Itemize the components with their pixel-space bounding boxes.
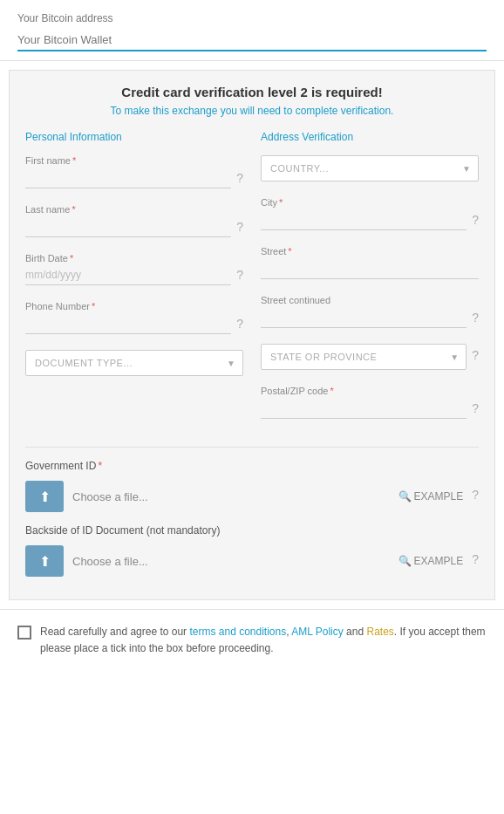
agree-row: Read carefully and agree to our terms an… xyxy=(17,624,487,657)
form-card: Credit card verification level 2 is requ… xyxy=(9,70,495,600)
backside-upload-button[interactable]: ⬆ xyxy=(25,545,64,577)
state-select-wrapper: STATE OR PROVINCE Alabama Alaska Arizona… xyxy=(261,344,467,370)
last-name-group: Last name* ? xyxy=(25,204,243,237)
street-input[interactable] xyxy=(261,258,479,279)
agree-checkbox[interactable] xyxy=(17,626,31,640)
birth-date-group: Birth Date* ? xyxy=(25,253,243,285)
street-group: Street* xyxy=(261,246,479,279)
upload-icon: ⬆ xyxy=(39,489,51,505)
aml-link[interactable]: AML Policy xyxy=(291,626,344,638)
gov-id-file-text: Choose a file... xyxy=(72,490,390,503)
gov-id-search-icon: 🔍 xyxy=(398,490,412,503)
two-col-layout: Personal Information First name* ? xyxy=(25,131,479,434)
phone-label: Phone Number* xyxy=(25,301,231,311)
country-group: COUNTRY... United States United Kingdom … xyxy=(261,155,479,181)
gov-id-upload-row: ⬆ Choose a file... 🔍 EXAMPLE ? xyxy=(25,481,479,512)
first-name-help-icon[interactable]: ? xyxy=(236,171,243,185)
state-help-icon[interactable]: ? xyxy=(472,348,479,362)
gov-id-help-icon[interactable]: ? xyxy=(472,488,479,502)
backside-label: Backside of ID Document (not mandatory) xyxy=(25,524,479,537)
last-name-row: Last name* ? xyxy=(25,204,243,237)
phone-input-wrap: Phone Number* xyxy=(25,301,231,334)
birth-date-help-icon[interactable]: ? xyxy=(236,268,243,282)
gov-id-upload-button[interactable]: ⬆ xyxy=(25,481,64,512)
birth-date-input-wrap: Birth Date* xyxy=(25,253,231,285)
postal-help-icon[interactable]: ? xyxy=(472,401,479,415)
postal-input-wrap: Postal/ZIP code* xyxy=(261,386,467,419)
bitcoin-input[interactable] xyxy=(17,30,487,51)
backside-help-icon[interactable]: ? xyxy=(472,552,479,566)
personal-column: Personal Information First name* ? xyxy=(25,131,243,434)
first-name-row: First name* ? xyxy=(25,155,243,188)
city-input[interactable] xyxy=(261,209,467,230)
doc-type-select[interactable]: DOCUMENT TYPE... Passport Driver License… xyxy=(26,351,242,375)
last-name-label: Last name* xyxy=(25,204,231,215)
postal-label: Postal/ZIP code* xyxy=(261,386,467,396)
country-select-wrapper: COUNTRY... United States United Kingdom … xyxy=(261,155,479,181)
street-label: Street* xyxy=(261,246,479,257)
rates-link[interactable]: Rates xyxy=(366,626,393,638)
street-continued-help-icon[interactable]: ? xyxy=(472,311,479,325)
state-group: STATE OR PROVINCE Alabama Alaska Arizona… xyxy=(261,344,479,370)
street-continued-input-wrap: Street continued xyxy=(261,295,467,328)
postal-row: Postal/ZIP code* ? xyxy=(261,386,479,419)
terms-link[interactable]: terms and conditions xyxy=(189,626,286,638)
gov-id-label: Government ID* xyxy=(25,460,479,472)
birth-date-input[interactable] xyxy=(25,265,231,285)
city-group: City* ? xyxy=(261,197,479,230)
city-input-wrap: City* xyxy=(261,197,467,230)
city-help-icon[interactable]: ? xyxy=(472,213,479,227)
postal-input[interactable] xyxy=(261,398,467,419)
postal-group: Postal/ZIP code* ? xyxy=(261,386,479,419)
city-label: City* xyxy=(261,197,467,208)
birth-date-label: Birth Date* xyxy=(25,253,231,263)
personal-section-title: Personal Information xyxy=(25,131,243,143)
section-divider xyxy=(25,447,479,448)
backside-upload-row: ⬆ Choose a file... 🔍 EXAMPLE ? xyxy=(25,545,479,577)
phone-row: Phone Number* ? xyxy=(25,301,243,334)
state-row: STATE OR PROVINCE Alabama Alaska Arizona… xyxy=(261,344,479,370)
street-row: Street* xyxy=(261,246,479,279)
country-select[interactable]: COUNTRY... United States United Kingdom … xyxy=(262,156,478,181)
last-name-input[interactable] xyxy=(25,216,231,237)
address-column: Address Verification COUNTRY... United S… xyxy=(261,131,479,434)
doc-type-group: DOCUMENT TYPE... Passport Driver License… xyxy=(25,350,243,376)
first-name-input-wrap: First name* xyxy=(25,155,231,188)
last-name-help-icon[interactable]: ? xyxy=(236,220,243,234)
phone-input[interactable] xyxy=(25,313,231,334)
backside-section: Backside of ID Document (not mandatory) … xyxy=(25,524,479,577)
street-input-wrap: Street* xyxy=(261,246,479,279)
street-continued-input[interactable] xyxy=(261,307,467,328)
backside-upload-icon: ⬆ xyxy=(39,553,51,570)
card-subtitle: To make this exchange you will need to c… xyxy=(25,105,479,117)
street-continued-row: Street continued ? xyxy=(261,295,479,328)
gov-id-section: Government ID* ⬆ Choose a file... 🔍 EXAM… xyxy=(25,460,479,512)
first-name-label: First name* xyxy=(25,155,231,166)
address-section-title: Address Verification xyxy=(261,131,479,143)
first-name-input[interactable] xyxy=(25,168,231,188)
backside-file-text: Choose a file... xyxy=(72,555,390,568)
bitcoin-section: Your Bitcoin address xyxy=(0,0,504,61)
gov-id-example-link[interactable]: 🔍 EXAMPLE xyxy=(398,490,464,503)
phone-help-icon[interactable]: ? xyxy=(236,317,243,331)
street-continued-group: Street continued ? xyxy=(261,295,479,328)
agree-text: Read carefully and agree to our terms an… xyxy=(40,624,487,657)
city-row: City* ? xyxy=(261,197,479,230)
backside-search-icon: 🔍 xyxy=(398,555,412,567)
phone-group: Phone Number* ? xyxy=(25,301,243,334)
street-continued-label: Street continued xyxy=(261,295,467,305)
backside-example-link[interactable]: 🔍 EXAMPLE xyxy=(398,555,464,567)
state-select[interactable]: STATE OR PROVINCE Alabama Alaska Arizona xyxy=(262,345,466,369)
birth-date-row: Birth Date* ? xyxy=(25,253,243,285)
bitcoin-label: Your Bitcoin address xyxy=(17,12,487,24)
first-name-group: First name* ? xyxy=(25,155,243,188)
card-title: Credit card verification level 2 is requ… xyxy=(25,85,479,99)
last-name-input-wrap: Last name* xyxy=(25,204,231,237)
agree-section: Read carefully and agree to our terms an… xyxy=(0,609,504,671)
doc-type-select-wrapper: DOCUMENT TYPE... Passport Driver License… xyxy=(25,350,243,376)
